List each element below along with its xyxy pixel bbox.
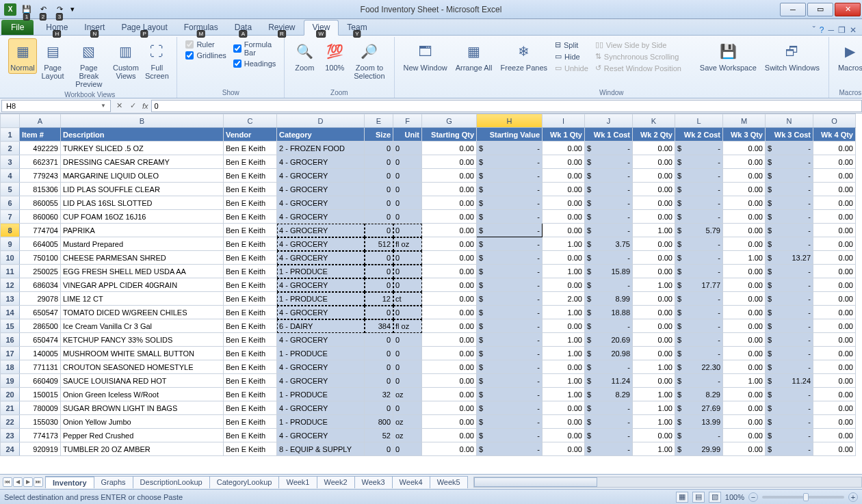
row-header-19[interactable]: 19 bbox=[1, 374, 20, 388]
cell[interactable]: 2 - FROZEN FOOD bbox=[277, 142, 365, 155]
cell[interactable]: 1.00 bbox=[543, 237, 585, 251]
cell[interactable]: 0.00 bbox=[422, 183, 477, 196]
cell[interactable]: 1 - PRODUCE bbox=[277, 265, 365, 278]
sheet-tab-week2[interactable]: Week2 bbox=[317, 476, 355, 488]
cell[interactable]: $- bbox=[477, 319, 543, 333]
cell[interactable]: $- bbox=[766, 183, 813, 196]
cell[interactable]: 780009 bbox=[20, 401, 61, 415]
cell[interactable]: 860055 bbox=[20, 196, 61, 210]
cell[interactable]: $- bbox=[477, 415, 543, 429]
cell[interactable]: 0.00 bbox=[723, 306, 766, 319]
cell[interactable]: 0 bbox=[393, 210, 422, 224]
cell[interactable]: $8.99 bbox=[585, 292, 633, 306]
cell[interactable]: $- bbox=[675, 210, 723, 224]
col-header-L[interactable]: L bbox=[675, 114, 723, 128]
cell[interactable]: Ben E Keith bbox=[224, 292, 277, 306]
cell[interactable]: oz bbox=[393, 415, 422, 429]
cell[interactable]: 0.00 bbox=[723, 401, 766, 415]
qat-customize-icon[interactable]: ▾ bbox=[68, 2, 77, 17]
name-box[interactable]: H8▼ bbox=[1, 100, 111, 112]
cell[interactable]: 4 - GROCERY bbox=[277, 401, 365, 415]
cell[interactable]: 0.00 bbox=[633, 306, 675, 319]
cell[interactable]: 0.00 bbox=[543, 224, 585, 237]
cell[interactable]: 4 - GROCERY bbox=[277, 183, 365, 196]
row-header-6[interactable]: 6 bbox=[1, 196, 20, 210]
cell[interactable]: 0.00 bbox=[543, 251, 585, 265]
mdi-close-icon[interactable]: ✕ bbox=[850, 25, 857, 35]
cell[interactable]: 0.00 bbox=[633, 155, 675, 169]
cell[interactable]: 0 bbox=[393, 278, 422, 292]
cell[interactable]: $15.89 bbox=[585, 265, 633, 278]
cancel-formula-icon[interactable]: ✕ bbox=[112, 101, 126, 110]
row-header-24[interactable]: 24 bbox=[1, 442, 20, 456]
cell[interactable]: $- bbox=[585, 442, 633, 456]
arrange-all-button[interactable]: ▦Arrange All bbox=[452, 38, 496, 74]
cell[interactable]: $- bbox=[675, 306, 723, 319]
cell[interactable]: 0.00 bbox=[813, 374, 856, 388]
col-header-M[interactable]: M bbox=[723, 114, 766, 128]
cell[interactable]: 0 bbox=[365, 347, 393, 360]
tab-insert[interactable]: InsertN bbox=[76, 21, 113, 35]
header-cell[interactable]: Wk 4 Qty bbox=[813, 128, 856, 142]
cell[interactable]: Ben E Keith bbox=[224, 415, 277, 429]
horizontal-scrollbar[interactable] bbox=[473, 477, 862, 488]
cell[interactable]: $- bbox=[477, 360, 543, 374]
hide-button[interactable]: ▭ Hide bbox=[552, 51, 591, 62]
gridlines-checkbox[interactable]: Gridlines bbox=[183, 51, 228, 60]
cell[interactable]: $- bbox=[675, 196, 723, 210]
cell[interactable]: 0.00 bbox=[813, 401, 856, 415]
cell[interactable]: $- bbox=[766, 278, 813, 292]
cell[interactable]: 4 - GROCERY bbox=[277, 360, 365, 374]
cell[interactable]: $22.30 bbox=[675, 360, 723, 374]
cell[interactable]: 4 - GROCERY bbox=[277, 278, 365, 292]
row-header-11[interactable]: 11 bbox=[1, 265, 20, 278]
cell[interactable]: Ben E Keith bbox=[224, 265, 277, 278]
cell[interactable]: $- bbox=[675, 155, 723, 169]
cell[interactable]: 0.00 bbox=[543, 319, 585, 333]
cell[interactable]: $- bbox=[675, 169, 723, 183]
minimize-button[interactable]: ─ bbox=[780, 3, 806, 16]
cell[interactable]: Ben E Keith bbox=[224, 429, 277, 442]
cell[interactable]: 1.00 bbox=[543, 347, 585, 360]
cell[interactable]: $- bbox=[675, 265, 723, 278]
cell[interactable]: $- bbox=[766, 388, 813, 401]
cell[interactable]: 0.00 bbox=[723, 319, 766, 333]
cell[interactable]: $- bbox=[585, 429, 633, 442]
cell[interactable]: 4 - GROCERY bbox=[277, 155, 365, 169]
row-header-14[interactable]: 14 bbox=[1, 306, 20, 319]
cell[interactable]: PAPRIKA bbox=[61, 224, 224, 237]
cell[interactable]: 0.00 bbox=[422, 442, 477, 456]
cell[interactable]: Ben E Keith bbox=[224, 319, 277, 333]
header-cell[interactable]: Wk 1 Cost bbox=[585, 128, 633, 142]
cell[interactable]: Ben E Keith bbox=[224, 278, 277, 292]
cell[interactable]: 650547 bbox=[20, 306, 61, 319]
cell[interactable]: Ben E Keith bbox=[224, 210, 277, 224]
cell[interactable]: $13.27 bbox=[766, 251, 813, 265]
tab-view[interactable]: ViewW bbox=[304, 20, 339, 36]
cell[interactable]: 0.00 bbox=[813, 347, 856, 360]
cell[interactable]: Ben E Keith bbox=[224, 237, 277, 251]
cell[interactable]: 774704 bbox=[20, 224, 61, 237]
row-header-9[interactable]: 9 bbox=[1, 237, 20, 251]
cell[interactable]: $27.69 bbox=[675, 401, 723, 415]
cell[interactable]: 0.00 bbox=[422, 265, 477, 278]
cell[interactable]: 0.00 bbox=[543, 360, 585, 374]
col-header-F[interactable]: F bbox=[393, 114, 422, 128]
cell[interactable]: $- bbox=[675, 237, 723, 251]
cell[interactable]: 1.00 bbox=[633, 224, 675, 237]
cell[interactable]: 0 bbox=[393, 333, 422, 347]
cell[interactable]: Ice Cream Vanilla Cr 3 Gal bbox=[61, 319, 224, 333]
cell[interactable]: 0.00 bbox=[543, 155, 585, 169]
excel-menu-icon[interactable]: X bbox=[3, 2, 18, 17]
cell[interactable]: 0.00 bbox=[633, 265, 675, 278]
cell[interactable]: $- bbox=[766, 196, 813, 210]
sheet-nav-first-icon[interactable]: ⏮ bbox=[3, 477, 12, 487]
cell[interactable]: $- bbox=[585, 319, 633, 333]
cell[interactable]: 660409 bbox=[20, 374, 61, 388]
cell[interactable]: 492229 bbox=[20, 142, 61, 155]
cell[interactable]: $- bbox=[477, 265, 543, 278]
cell[interactable]: 0.00 bbox=[813, 333, 856, 347]
status-page-break-icon[interactable]: ▧ bbox=[709, 492, 721, 503]
cell[interactable]: 0.00 bbox=[543, 196, 585, 210]
status-page-layout-icon[interactable]: ▤ bbox=[692, 492, 705, 503]
